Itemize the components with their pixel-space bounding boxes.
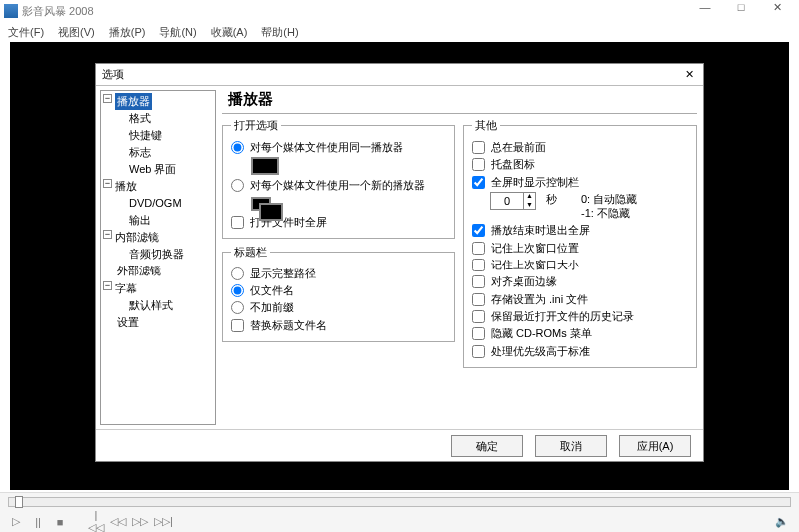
maximize-button[interactable]: □ [723,1,759,21]
rewind-button[interactable]: ◁◁ [110,515,126,528]
collapse-icon[interactable]: − [103,94,112,103]
check-tray-icon[interactable]: 托盘图标 [472,157,688,171]
check-remember-pos[interactable]: 记住上次窗口位置 [472,241,688,255]
tree-node-player[interactable]: −播放器 [103,93,213,110]
check-keep-history[interactable]: 保留最近打开文件的历史记录 [472,309,688,323]
radio-new-player[interactable]: 对每个媒体文件使用一个新的播放器 [231,178,446,192]
open-options-legend: 打开选项 [231,118,281,133]
seek-bar[interactable] [8,497,791,507]
pause-button[interactable]: || [30,516,46,528]
check-always-on-top[interactable]: 总在最前面 [472,140,688,154]
tree-node-playback[interactable]: −播放 [103,178,213,195]
prev-button[interactable]: |◁◁ [88,509,104,532]
collapse-icon[interactable]: − [103,230,112,239]
hide-delay-hint: 0: 自动隐藏-1: 不隐藏 [581,192,637,221]
options-tree[interactable]: −播放器 格式 快捷键 标志 Web 界面 −播放 DVD/OGM 输出 −内部… [100,90,216,425]
hide-delay-input[interactable] [491,195,523,207]
check-priority[interactable]: 处理优先级高于标准 [472,344,688,358]
tree-node-default-style[interactable]: 默认样式 [103,297,213,314]
tree-node-external-filters[interactable]: 外部滤镜 [103,263,213,279]
app-title: 影音风暴 2008 [22,4,94,19]
menubar: 文件(F) 视图(V) 播放(P) 导航(N) 收藏(A) 帮助(H) [0,22,799,42]
check-snap-edges[interactable]: 对齐桌面边缘 [472,274,688,288]
tree-node-hotkeys[interactable]: 快捷键 [103,127,213,144]
radio-same-player[interactable]: 对每个媒体文件使用同一播放器 [231,140,446,154]
tree-node-dvd[interactable]: DVD/OGM [103,195,213,212]
check-remember-size[interactable]: 记住上次窗口大小 [472,258,688,271]
titlebar-legend: 标题栏 [231,245,270,260]
forward-button[interactable]: ▷▷ [132,515,148,528]
page-header: 播放器 [222,88,697,114]
next-button[interactable]: ▷▷| [154,515,170,528]
tree-node-web[interactable]: Web 界面 [103,161,213,178]
tree-node-output[interactable]: 输出 [103,212,213,229]
options-dialog: 选项 ✕ −播放器 格式 快捷键 标志 Web 界面 −播放 DVD/OGM 输… [95,63,704,462]
stop-button[interactable]: ■ [52,516,68,528]
check-fullscreen-controls[interactable]: 全屏时显示控制栏 [472,175,688,189]
dialog-close-icon[interactable]: ✕ [681,68,697,81]
tree-node-format[interactable]: 格式 [103,110,213,127]
collapse-icon[interactable]: − [103,179,112,188]
check-replace-title[interactable]: 替换标题文件名 [231,318,446,332]
other-legend: 其他 [472,118,500,133]
app-icon [4,4,18,18]
menu-help[interactable]: 帮助(H) [261,25,298,40]
apply-button[interactable]: 应用(A) [619,435,691,457]
spin-down-icon[interactable]: ▼ [524,201,535,210]
close-button[interactable]: ✕ [759,1,795,21]
playbar: ▷ || ■ |◁◁ ◁◁ ▷▷ ▷▷| 🔈 [0,492,799,532]
hide-delay-spinner[interactable]: ▲▼ [490,192,536,210]
menu-file[interactable]: 文件(F) [8,25,44,40]
menu-play[interactable]: 播放(P) [109,25,146,40]
multi-monitor-icon [251,197,271,211]
seek-handle[interactable] [15,496,23,508]
menu-nav[interactable]: 导航(N) [159,25,196,40]
titlebar-group: 标题栏 显示完整路径 仅文件名 不加前缀 替换标题文件名 [222,245,455,342]
spin-up-icon[interactable]: ▲ [524,192,535,201]
other-group: 其他 总在最前面 托盘图标 全屏时显示控制栏 ▲▼ 秒 0: 自动隐藏-1: 不… [463,118,697,368]
tree-node-internal-filters[interactable]: −内部滤镜 [103,229,213,246]
minimize-button[interactable]: — [687,1,723,21]
radio-filename-only[interactable]: 仅文件名 [231,283,446,297]
check-store-ini[interactable]: 存储设置为 .ini 文件 [472,292,688,306]
menu-fav[interactable]: 收藏(A) [211,25,248,40]
play-button[interactable]: ▷ [8,515,24,528]
dialog-title: 选项 [102,67,124,82]
ok-button[interactable]: 确定 [451,435,523,457]
cancel-button[interactable]: 取消 [535,435,607,457]
single-monitor-icon [251,157,279,175]
collapse-icon[interactable]: − [103,281,112,290]
radio-no-prefix[interactable]: 不加前缀 [231,300,446,314]
open-options-group: 打开选项 对每个媒体文件使用同一播放器 对每个媒体文件使用一个新的播放器 打开文… [222,118,455,239]
menu-view[interactable]: 视图(V) [58,25,95,40]
window-titlebar: 影音风暴 2008 — □ ✕ [0,0,799,22]
volume-icon[interactable]: 🔈 [775,515,791,528]
tree-node-logo[interactable]: 标志 [103,144,213,161]
tree-node-settings[interactable]: 设置 [103,314,213,331]
check-exit-fs-on-end[interactable]: 播放结束时退出全屏 [472,223,688,237]
tree-node-subtitles[interactable]: −字幕 [103,280,213,297]
check-hide-cdrom[interactable]: 隐藏 CD-ROMs 菜单 [472,326,688,340]
tree-node-audio-switcher[interactable]: 音频切换器 [103,246,213,263]
seconds-label: 秒 [546,192,557,206]
radio-full-path[interactable]: 显示完整路径 [231,266,446,280]
